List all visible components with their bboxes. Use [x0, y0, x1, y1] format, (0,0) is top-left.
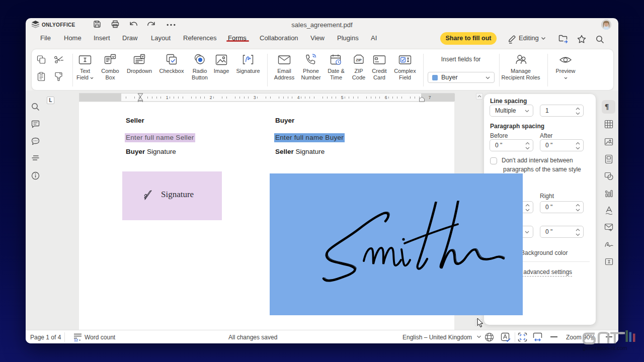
- svg-text:generation-nt.com: generation-nt.com: [583, 345, 627, 351]
- svg-text:12: 12: [74, 338, 78, 342]
- svg-text:ZIP: ZIP: [356, 58, 362, 62]
